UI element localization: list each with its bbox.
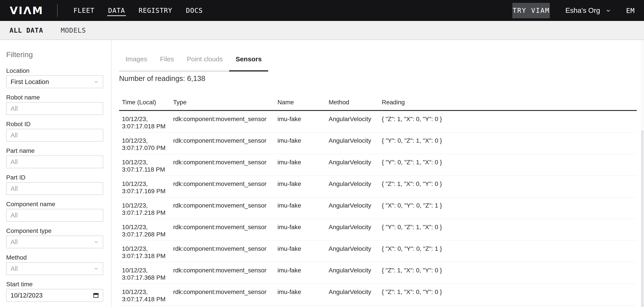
table-row: 10/12/23, 3:07:17.169 PM rdk:component:m… [119, 176, 637, 198]
cell-time: 10/12/23, 3:07:17.268 PM [119, 219, 170, 240]
table-body: 10/12/23, 3:07:17.018 PM rdk:component:m… [119, 111, 637, 306]
component-type-value: All [10, 238, 18, 246]
cell-type: rdk:component:movement_sensor [170, 284, 274, 305]
chevron-down-icon [93, 79, 99, 85]
cell-method: AngularVelocity [326, 176, 379, 197]
filter-part-id: Part ID [6, 174, 103, 195]
cell-name: imu-fake [274, 198, 326, 219]
robot-name-label: Robot name [6, 94, 103, 101]
nav-item-registry[interactable]: REGISTRY [139, 0, 172, 21]
cell-reading: { "X": 0, "Y": 0, "Z": 1 } [379, 198, 637, 219]
filter-robot-name: Robot name [6, 94, 103, 115]
cell-type: rdk:component:movement_sensor [170, 262, 274, 284]
cell-name: imu-fake [274, 176, 326, 197]
tab-models[interactable]: MODELS [61, 26, 86, 34]
cell-name: imu-fake [274, 154, 326, 176]
cell-name: imu-fake [274, 240, 326, 262]
component-name-input[interactable] [6, 209, 103, 222]
table-row: 10/12/23, 3:07:17.268 PM rdk:component:m… [119, 219, 637, 240]
cell-method: AngularVelocity [326, 240, 379, 262]
component-name-label: Component name [6, 201, 103, 208]
start-date-input[interactable]: 10/12/2023 [6, 289, 103, 302]
cell-reading: { "Y": 0, "Z": 1, "X": 0 } [379, 154, 637, 176]
viam-logo[interactable]: VIΛM [10, 4, 44, 16]
cell-name: imu-fake [274, 262, 326, 284]
chevron-down-icon [605, 7, 612, 14]
cell-method: AngularVelocity [326, 262, 379, 284]
robot-name-input[interactable] [6, 102, 103, 115]
component-type-select[interactable]: All [6, 236, 103, 248]
cell-time: 10/12/23, 3:07:17.218 PM [119, 198, 170, 219]
cell-name: imu-fake [274, 219, 326, 240]
start-date-value: 10/12/2023 [10, 292, 42, 299]
primary-nav: FLEET DATA REGISTRY DOCS [74, 0, 203, 21]
cell-method: AngularVelocity [326, 198, 379, 219]
data-type-tabs: Images Files Point clouds Sensors [119, 52, 268, 72]
cell-reading: { "Y": 0, "Z": 1, "X": 0 } [379, 132, 637, 154]
part-id-label: Part ID [6, 174, 103, 181]
calendar-icon[interactable] [93, 292, 99, 298]
scrollbar-thumb[interactable] [641, 130, 644, 307]
table-row: 10/12/23, 3:07:17.368 PM rdk:component:m… [119, 262, 637, 284]
part-name-input[interactable] [6, 156, 103, 168]
tab-files[interactable]: Files [154, 52, 180, 71]
start-time-label: Start time [6, 281, 103, 288]
method-select[interactable]: All [6, 262, 103, 275]
cell-method: AngularVelocity [326, 154, 379, 176]
cell-method: AngularVelocity [326, 132, 379, 154]
top-nav-right: TRY VIAM Esha's Org EM [512, 3, 644, 18]
cell-name: imu-fake [274, 111, 326, 132]
try-viam-button[interactable]: TRY VIAM [512, 3, 550, 18]
cell-time: 10/12/23, 3:07:17.118 PM [119, 154, 170, 176]
column-header-time: Time (Local) [119, 99, 170, 106]
cell-method: AngularVelocity [326, 219, 379, 240]
data-content: Images Files Point clouds Sensors Number… [112, 40, 644, 307]
cell-type: rdk:component:movement_sensor [170, 132, 274, 154]
cell-reading: { "Z": 1, "X": 0, "Y": 0 } [379, 176, 637, 197]
cell-reading: { "Z": 1, "X": 0, "Y": 0 } [379, 284, 637, 305]
readings-count: Number of readings: 6,138 [119, 74, 644, 82]
nav-item-docs[interactable]: DOCS [186, 0, 203, 21]
part-id-input[interactable] [6, 182, 103, 195]
filter-part-name: Part name [6, 147, 103, 168]
nav-item-fleet[interactable]: FLEET [74, 0, 94, 21]
tab-images[interactable]: Images [119, 52, 154, 71]
org-switcher[interactable]: Esha's Org [565, 6, 611, 14]
filter-robot-id: Robot ID [6, 121, 103, 142]
nav-item-data[interactable]: DATA [108, 0, 125, 21]
top-nav: VIΛM FLEET DATA REGISTRY DOCS TRY VIAM E… [0, 0, 644, 21]
org-name: Esha's Org [565, 6, 600, 14]
cell-time: 10/12/23, 3:07:17.368 PM [119, 262, 170, 284]
cell-reading: { "Z": 1, "X": 0, "Y": 0 } [379, 111, 637, 132]
user-avatar[interactable]: EM [626, 6, 635, 14]
component-type-label: Component type [6, 228, 103, 234]
cell-type: rdk:component:movement_sensor [170, 154, 274, 176]
table-row: 10/12/23, 3:07:17.418 PM rdk:component:m… [119, 284, 637, 306]
table-row: 10/12/23, 3:07:17.118 PM rdk:component:m… [119, 154, 637, 176]
part-name-label: Part name [6, 147, 103, 154]
filtering-title: Filtering [6, 50, 110, 58]
method-label: Method [6, 254, 103, 261]
location-label: Location [6, 67, 103, 74]
cell-method: AngularVelocity [326, 284, 379, 305]
location-select[interactable]: First Location [6, 76, 103, 88]
page-scrollbar [641, 40, 644, 307]
tab-sensors[interactable]: Sensors [229, 52, 268, 71]
table-row: 10/12/23, 3:07:17.218 PM rdk:component:m… [119, 198, 637, 219]
cell-reading: { "X": 0, "Y": 0, "Z": 1 } [379, 240, 637, 262]
tab-point-clouds[interactable]: Point clouds [180, 52, 229, 71]
robot-id-input[interactable] [6, 129, 103, 142]
filter-sidebar: Filtering Location First Location Robot … [0, 40, 112, 307]
robot-id-label: Robot ID [6, 121, 103, 128]
cell-reading: { "Y": 0, "Z": 1, "X": 0 } [379, 219, 637, 240]
cell-time: 10/12/23, 3:07:17.018 PM [119, 111, 170, 132]
column-header-method: Method [326, 99, 379, 106]
cell-time: 10/12/23, 3:07:17.318 PM [119, 240, 170, 262]
cell-type: rdk:component:movement_sensor [170, 240, 274, 262]
cell-time: 10/12/23, 3:07:17.418 PM [119, 284, 170, 305]
tab-all-data[interactable]: ALL DATA [10, 26, 43, 34]
cell-type: rdk:component:movement_sensor [170, 111, 274, 132]
table-header: Time (Local) Type Name Method Reading [119, 94, 637, 111]
table-row: 10/12/23, 3:07:17.018 PM rdk:component:m… [119, 111, 637, 132]
sensor-readings-table: Time (Local) Type Name Method Reading 10… [119, 94, 637, 306]
